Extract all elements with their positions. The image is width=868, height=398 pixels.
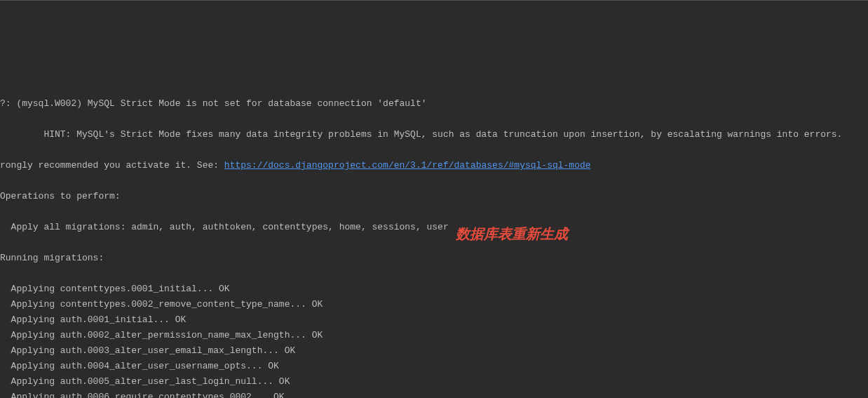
apply-all-line: Apply all migrations: admin, auth, autht… bbox=[0, 220, 868, 235]
migration-line: Applying contenttypes.0001_initial... OK bbox=[0, 281, 868, 297]
mysql-warning-line: ?: (mysql.W002) MySQL Strict Mode is not… bbox=[0, 96, 868, 112]
migration-line: Applying auth.0003_alter_user_email_max_… bbox=[0, 343, 868, 359]
docs-link[interactable]: https://docs.djangoproject.com/en/3.1/re… bbox=[224, 160, 591, 171]
running-migrations-header: Running migrations: bbox=[0, 251, 868, 266]
migration-line: Applying auth.0005_alter_user_last_login… bbox=[0, 374, 868, 390]
hint-line-2-prefix: rongly recommended you activate it. See: bbox=[0, 160, 224, 171]
migrations-list: Applying contenttypes.0001_initial... OK… bbox=[0, 281, 868, 398]
migration-line: Applying auth.0004_alter_user_username_o… bbox=[0, 359, 868, 374]
migration-line: Applying contenttypes.0002_remove_conten… bbox=[0, 297, 868, 312]
top-border bbox=[0, 0, 868, 1]
hint-line-1: HINT: MySQL's Strict Mode fixes many dat… bbox=[0, 127, 868, 142]
operations-header: Operations to perform: bbox=[0, 189, 868, 204]
migration-line: Applying auth.0002_alter_permission_name… bbox=[0, 328, 868, 343]
annotation-label: 数据库表重新生成 bbox=[456, 226, 568, 241]
hint-line-2: rongly recommended you activate it. See:… bbox=[0, 158, 868, 173]
migration-line: Applying auth.0001_initial... OK bbox=[0, 312, 868, 328]
migration-line: Applying auth.0006_require_contenttypes_… bbox=[0, 390, 868, 398]
